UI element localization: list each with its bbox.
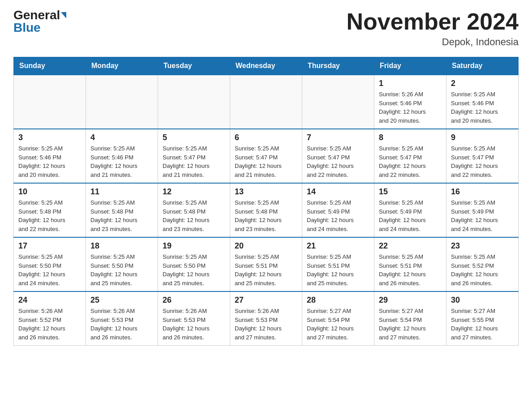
weekday-header-sunday: Sunday — [14, 57, 86, 75]
day-info: Sunrise: 5:25 AMSunset: 5:47 PMDaylight:… — [307, 144, 369, 179]
day-number: 29 — [379, 295, 442, 305]
day-number: 7 — [307, 133, 369, 142]
day-info: Sunrise: 5:25 AMSunset: 5:50 PMDaylight:… — [90, 253, 153, 287]
day-info: Sunrise: 5:25 AMSunset: 5:49 PMDaylight:… — [379, 198, 442, 233]
calendar-cell: 22Sunrise: 5:25 AMSunset: 5:51 PMDayligh… — [374, 237, 446, 291]
calendar-week-row: 3Sunrise: 5:25 AMSunset: 5:46 PMDaylight… — [14, 129, 519, 183]
calendar-cell: 7Sunrise: 5:25 AMSunset: 5:47 PMDaylight… — [302, 129, 374, 183]
page-header: General Blue November 2024 Depok, Indone… — [13, 9, 519, 48]
day-number: 14 — [307, 187, 369, 197]
day-info: Sunrise: 5:25 AMSunset: 5:49 PMDaylight:… — [451, 198, 514, 233]
title-block: November 2024 Depok, Indonesia — [347, 9, 519, 48]
calendar-body: 1Sunrise: 5:26 AMSunset: 5:46 PMDaylight… — [14, 75, 519, 346]
weekday-header-tuesday: Tuesday — [158, 57, 230, 75]
day-info: Sunrise: 5:25 AMSunset: 5:46 PMDaylight:… — [90, 144, 153, 179]
day-number: 20 — [235, 241, 297, 251]
calendar-cell — [302, 75, 374, 129]
weekday-header-monday: Monday — [86, 57, 158, 75]
calendar-cell: 19Sunrise: 5:25 AMSunset: 5:50 PMDayligh… — [158, 237, 230, 291]
calendar-cell: 21Sunrise: 5:25 AMSunset: 5:51 PMDayligh… — [302, 237, 374, 291]
day-number: 16 — [451, 187, 514, 197]
day-number: 21 — [307, 241, 369, 251]
weekday-header-saturday: Saturday — [446, 57, 519, 75]
calendar-week-row: 17Sunrise: 5:25 AMSunset: 5:50 PMDayligh… — [14, 237, 519, 291]
day-info: Sunrise: 5:25 AMSunset: 5:51 PMDaylight:… — [307, 253, 369, 287]
day-number: 6 — [235, 133, 297, 142]
day-number: 10 — [18, 187, 81, 197]
day-info: Sunrise: 5:25 AMSunset: 5:48 PMDaylight:… — [235, 198, 297, 233]
calendar-week-row: 1Sunrise: 5:26 AMSunset: 5:46 PMDaylight… — [14, 75, 519, 129]
calendar-cell: 14Sunrise: 5:25 AMSunset: 5:49 PMDayligh… — [302, 183, 374, 237]
calendar-cell: 1Sunrise: 5:26 AMSunset: 5:46 PMDaylight… — [374, 75, 446, 129]
day-info: Sunrise: 5:26 AMSunset: 5:46 PMDaylight:… — [379, 90, 442, 125]
calendar-cell: 28Sunrise: 5:27 AMSunset: 5:54 PMDayligh… — [302, 291, 374, 346]
month-title: November 2024 — [347, 9, 519, 34]
calendar-cell: 2Sunrise: 5:25 AMSunset: 5:46 PMDaylight… — [446, 75, 519, 129]
weekday-header-wednesday: Wednesday — [230, 57, 302, 75]
calendar-cell: 30Sunrise: 5:27 AMSunset: 5:55 PMDayligh… — [446, 291, 519, 346]
day-number: 4 — [90, 133, 153, 142]
calendar-cell: 5Sunrise: 5:25 AMSunset: 5:47 PMDaylight… — [158, 129, 230, 183]
day-info: Sunrise: 5:26 AMSunset: 5:53 PMDaylight:… — [90, 307, 153, 342]
day-info: Sunrise: 5:27 AMSunset: 5:55 PMDaylight:… — [451, 307, 514, 342]
day-number: 15 — [379, 187, 442, 197]
day-number: 1 — [379, 79, 442, 88]
calendar-cell: 18Sunrise: 5:25 AMSunset: 5:50 PMDayligh… — [86, 237, 158, 291]
calendar-cell: 24Sunrise: 5:26 AMSunset: 5:52 PMDayligh… — [14, 291, 86, 346]
calendar-cell: 4Sunrise: 5:25 AMSunset: 5:46 PMDaylight… — [86, 129, 158, 183]
calendar-table: SundayMondayTuesdayWednesdayThursdayFrid… — [13, 57, 519, 346]
calendar-cell — [14, 75, 86, 129]
calendar-cell: 13Sunrise: 5:25 AMSunset: 5:48 PMDayligh… — [230, 183, 302, 237]
calendar-cell: 27Sunrise: 5:26 AMSunset: 5:53 PMDayligh… — [230, 291, 302, 346]
calendar-cell: 29Sunrise: 5:27 AMSunset: 5:54 PMDayligh… — [374, 291, 446, 346]
day-number: 13 — [235, 187, 297, 197]
weekday-header-row: SundayMondayTuesdayWednesdayThursdayFrid… — [14, 57, 519, 75]
day-info: Sunrise: 5:25 AMSunset: 5:47 PMDaylight:… — [451, 144, 514, 179]
day-number: 9 — [451, 133, 514, 142]
day-info: Sunrise: 5:25 AMSunset: 5:47 PMDaylight:… — [379, 144, 442, 179]
day-info: Sunrise: 5:27 AMSunset: 5:54 PMDaylight:… — [307, 307, 369, 342]
day-number: 22 — [379, 241, 442, 251]
day-number: 5 — [163, 133, 225, 142]
day-info: Sunrise: 5:25 AMSunset: 5:46 PMDaylight:… — [451, 90, 514, 125]
calendar-cell — [230, 75, 302, 129]
calendar-cell — [86, 75, 158, 129]
day-number: 11 — [90, 187, 153, 197]
weekday-header-friday: Friday — [374, 57, 446, 75]
day-number: 23 — [451, 241, 514, 251]
day-number: 3 — [18, 133, 81, 142]
day-info: Sunrise: 5:25 AMSunset: 5:51 PMDaylight:… — [379, 253, 442, 287]
day-info: Sunrise: 5:25 AMSunset: 5:46 PMDaylight:… — [18, 144, 81, 179]
day-info: Sunrise: 5:25 AMSunset: 5:48 PMDaylight:… — [163, 198, 225, 233]
calendar-cell: 3Sunrise: 5:25 AMSunset: 5:46 PMDaylight… — [14, 129, 86, 183]
calendar-cell: 9Sunrise: 5:25 AMSunset: 5:47 PMDaylight… — [446, 129, 519, 183]
day-number: 2 — [451, 79, 514, 88]
day-info: Sunrise: 5:25 AMSunset: 5:50 PMDaylight:… — [163, 253, 225, 287]
day-number: 28 — [307, 295, 369, 305]
calendar-cell: 23Sunrise: 5:25 AMSunset: 5:52 PMDayligh… — [446, 237, 519, 291]
calendar-header: SundayMondayTuesdayWednesdayThursdayFrid… — [14, 57, 519, 75]
weekday-header-thursday: Thursday — [302, 57, 374, 75]
day-info: Sunrise: 5:25 AMSunset: 5:50 PMDaylight:… — [18, 253, 81, 287]
day-number: 26 — [163, 295, 225, 305]
logo-general-text: General — [13, 9, 60, 21]
calendar-cell: 17Sunrise: 5:25 AMSunset: 5:50 PMDayligh… — [14, 237, 86, 291]
calendar-cell: 11Sunrise: 5:25 AMSunset: 5:48 PMDayligh… — [86, 183, 158, 237]
day-info: Sunrise: 5:27 AMSunset: 5:54 PMDaylight:… — [379, 307, 442, 342]
calendar-cell: 15Sunrise: 5:25 AMSunset: 5:49 PMDayligh… — [374, 183, 446, 237]
day-info: Sunrise: 5:25 AMSunset: 5:48 PMDaylight:… — [18, 198, 81, 233]
calendar-week-row: 24Sunrise: 5:26 AMSunset: 5:52 PMDayligh… — [14, 291, 519, 346]
logo-blue-text: Blue — [13, 21, 41, 34]
calendar-cell: 8Sunrise: 5:25 AMSunset: 5:47 PMDaylight… — [374, 129, 446, 183]
day-number: 24 — [18, 295, 81, 305]
calendar-cell: 10Sunrise: 5:25 AMSunset: 5:48 PMDayligh… — [14, 183, 86, 237]
day-info: Sunrise: 5:25 AMSunset: 5:47 PMDaylight:… — [235, 144, 297, 179]
calendar-cell: 16Sunrise: 5:25 AMSunset: 5:49 PMDayligh… — [446, 183, 519, 237]
logo: General Blue — [13, 9, 66, 34]
day-info: Sunrise: 5:25 AMSunset: 5:49 PMDaylight:… — [307, 198, 369, 233]
day-number: 27 — [235, 295, 297, 305]
calendar-cell — [158, 75, 230, 129]
calendar-cell: 20Sunrise: 5:25 AMSunset: 5:51 PMDayligh… — [230, 237, 302, 291]
calendar-week-row: 10Sunrise: 5:25 AMSunset: 5:48 PMDayligh… — [14, 183, 519, 237]
day-info: Sunrise: 5:26 AMSunset: 5:52 PMDaylight:… — [18, 307, 81, 342]
